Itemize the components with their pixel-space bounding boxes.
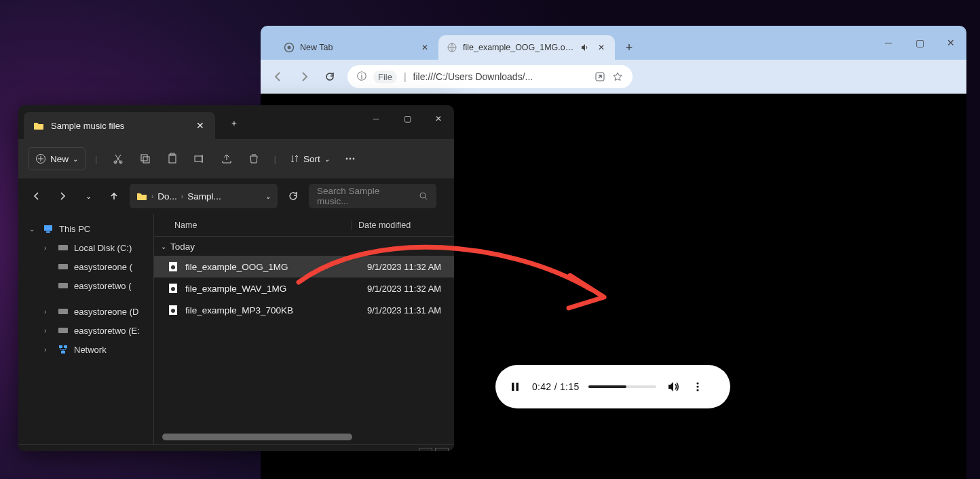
sidebar-item-drive[interactable]: easystoreone ( xyxy=(18,257,153,276)
minimize-button[interactable]: ─ xyxy=(873,27,904,58)
cut-button[interactable] xyxy=(107,148,129,170)
chevron-right-icon: › xyxy=(44,346,52,353)
column-header-name[interactable]: Name xyxy=(154,221,351,230)
svg-point-34 xyxy=(171,287,175,291)
svg-rect-25 xyxy=(58,283,68,288)
svg-point-10 xyxy=(114,161,117,164)
sidebar-item-thispc[interactable]: ⌄ This PC xyxy=(18,219,153,238)
explorer-filelist: Name Date modified ⌄ Today file_example_… xyxy=(154,214,454,444)
horizontal-scrollbar[interactable] xyxy=(162,434,352,440)
file-row[interactable]: file_example_OOG_1MG 9/1/2023 11:32 AM xyxy=(154,256,454,277)
svg-point-17 xyxy=(345,158,347,160)
share-button[interactable] xyxy=(216,148,238,170)
drive-icon xyxy=(58,242,69,253)
share-icon[interactable] xyxy=(595,71,605,82)
svg-rect-28 xyxy=(59,345,62,348)
sidebar-item-drive[interactable]: easystoretwo ( xyxy=(18,276,153,295)
explorer-sidebar: ⌄ This PC › Local Disk (C:) easystoreone… xyxy=(18,214,154,444)
column-header-date[interactable]: Date modified xyxy=(351,221,446,230)
details-view-button[interactable]: ≡ xyxy=(419,448,432,452)
thumbnail-view-button[interactable]: ▦ xyxy=(435,448,449,452)
copy-button[interactable] xyxy=(134,148,156,170)
delete-button[interactable] xyxy=(243,148,265,170)
minimize-button[interactable]: ─ xyxy=(360,105,392,132)
close-button[interactable]: ✕ xyxy=(423,105,454,132)
chevron-right-icon: › xyxy=(44,244,52,252)
new-tab-button[interactable]: + xyxy=(619,37,639,58)
svg-point-19 xyxy=(352,158,354,160)
svg-point-8 xyxy=(697,389,699,391)
svg-rect-21 xyxy=(44,225,52,231)
svg-point-32 xyxy=(171,265,175,269)
close-icon[interactable]: ✕ xyxy=(419,42,430,53)
progress-bar[interactable] xyxy=(588,385,656,388)
svg-rect-4 xyxy=(512,383,514,391)
breadcrumb[interactable]: › Do... › Sampl... ⌄ xyxy=(130,184,278,208)
up-button[interactable] xyxy=(104,186,124,206)
group-header[interactable]: ⌄ Today xyxy=(154,237,454,256)
explorer-window-controls: ─ ▢ ✕ xyxy=(360,105,454,132)
svg-rect-29 xyxy=(64,345,67,348)
sidebar-item-network[interactable]: › Network xyxy=(18,340,153,359)
rename-button[interactable] xyxy=(189,148,210,170)
back-button[interactable] xyxy=(270,69,286,85)
view-buttons: ≡ ▦ xyxy=(419,448,449,452)
chevron-down-icon: ⌄ xyxy=(29,225,37,233)
maximize-button[interactable]: ▢ xyxy=(904,27,935,58)
bookmark-icon[interactable] xyxy=(612,71,623,82)
svg-point-6 xyxy=(697,382,699,384)
chevron-down-icon: ⌄ xyxy=(73,155,78,163)
more-menu-button[interactable] xyxy=(690,379,705,394)
svg-rect-16 xyxy=(195,156,202,161)
forward-button[interactable] xyxy=(296,69,312,85)
reload-button[interactable] xyxy=(322,69,338,85)
file-row[interactable]: file_example_MP3_700KB 9/1/2023 11:31 AM xyxy=(154,299,454,321)
svg-rect-14 xyxy=(169,155,176,163)
close-button[interactable]: ✕ xyxy=(935,27,966,58)
svg-point-36 xyxy=(171,309,175,313)
chevron-down-icon: ⌄ xyxy=(324,155,330,163)
time-display: 0:42 / 1:15 xyxy=(532,381,579,392)
folder-icon xyxy=(136,191,147,202)
chrome-tab-newtab[interactable]: New Tab ✕ xyxy=(276,35,438,60)
pause-button[interactable] xyxy=(508,379,523,394)
close-icon[interactable]: ✕ xyxy=(195,120,206,131)
audio-file-icon xyxy=(168,305,178,315)
chrome-toolbar: ⓘ File | file:///C:/Users Downloads/... xyxy=(261,60,966,94)
chevron-down-icon[interactable]: ⌄ xyxy=(265,193,271,200)
audio-file-icon xyxy=(168,283,178,294)
refresh-button[interactable] xyxy=(283,186,303,206)
audio-file-icon xyxy=(168,261,178,272)
sidebar-item-drive[interactable]: › Local Disk (C:) xyxy=(18,238,153,257)
drive-icon xyxy=(58,325,69,336)
explorer-tab[interactable]: Sample music files ✕ xyxy=(24,112,215,139)
sort-button[interactable]: Sort ⌄ xyxy=(286,147,334,170)
volume-button[interactable] xyxy=(666,379,681,394)
search-placeholder: Search Sample music... xyxy=(317,186,413,206)
recent-dropdown[interactable]: ⌄ xyxy=(78,186,98,206)
search-box[interactable]: Search Sample music... xyxy=(309,184,436,208)
monitor-icon xyxy=(43,223,54,234)
omnibox[interactable]: ⓘ File | file:///C:/Users Downloads/... xyxy=(347,65,633,88)
explorer-titlebar: Sample music files ✕ + ─ ▢ ✕ xyxy=(18,105,454,139)
folder-icon xyxy=(33,120,44,131)
new-button[interactable]: New ⌄ xyxy=(28,147,86,170)
explorer-new-tab[interactable]: + xyxy=(225,113,244,132)
svg-rect-12 xyxy=(141,155,147,161)
file-row[interactable]: file_example_WAV_1MG 9/1/2023 11:32 AM xyxy=(154,277,454,299)
close-icon[interactable]: ✕ xyxy=(596,42,607,53)
svg-point-11 xyxy=(119,161,122,164)
back-button[interactable] xyxy=(26,186,47,206)
more-button[interactable] xyxy=(339,148,361,170)
paste-button[interactable] xyxy=(162,148,183,170)
speaker-icon[interactable] xyxy=(580,42,590,53)
maximize-button[interactable]: ▢ xyxy=(392,105,423,132)
chrome-tab-oggfile[interactable]: file_example_OOG_1MG.ogg ✕ xyxy=(438,35,615,60)
sidebar-item-drive[interactable]: › easystoretwo (E: xyxy=(18,321,153,340)
chevron-down-icon: ⌄ xyxy=(161,243,166,250)
svg-rect-27 xyxy=(58,328,68,333)
svg-rect-24 xyxy=(58,264,68,269)
sidebar-item-drive[interactable]: › easystoreone (D xyxy=(18,302,153,321)
chrome-logo-icon xyxy=(284,42,295,53)
forward-button[interactable] xyxy=(52,186,73,206)
